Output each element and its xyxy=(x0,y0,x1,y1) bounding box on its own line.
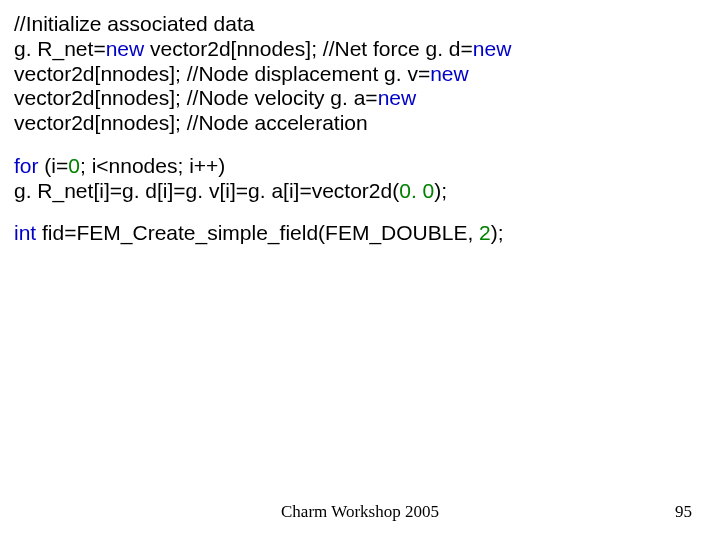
code-block-3: int fid=FEM_Create_simple_field(FEM_DOUB… xyxy=(14,221,706,246)
keyword-new: new xyxy=(378,86,417,109)
keyword-new: new xyxy=(106,37,145,60)
keyword-for: for xyxy=(14,154,39,177)
code-text: ); xyxy=(491,221,504,244)
code-text: vector2d[nnodes]; //Net force g. d= xyxy=(144,37,473,60)
keyword-new: new xyxy=(430,62,469,85)
code-block-2: for (i=0; i<nnodes; i++) g. R_net[i]=g. … xyxy=(14,154,706,204)
number-literal: 2 xyxy=(479,221,491,244)
code-text: g. R_net= xyxy=(14,37,106,60)
footer-text: Charm Workshop 2005 xyxy=(0,502,720,522)
code-text: vector2d[nnodes]; //Node velocity g. a= xyxy=(14,86,378,109)
code-text: vector2d[nnodes]; //Node acceleration xyxy=(14,111,368,134)
keyword-int: int xyxy=(14,221,36,244)
page-number: 95 xyxy=(675,502,692,522)
keyword-new: new xyxy=(473,37,512,60)
code-text: fid=FEM_Create_simple_field(FEM_DOUBLE, xyxy=(36,221,479,244)
code-text: ); xyxy=(434,179,447,202)
comment-line: //Initialize associated data xyxy=(14,12,254,35)
code-text: (i= xyxy=(39,154,69,177)
code-text: g. R_net[i]=g. d[i]=g. v[i]=g. a[i]=vect… xyxy=(14,179,399,202)
number-literal: 0 xyxy=(68,154,80,177)
code-block-1: //Initialize associated data g. R_net=ne… xyxy=(14,12,706,136)
number-literal: 0. 0 xyxy=(399,179,434,202)
code-text: ; i<nnodes; i++) xyxy=(80,154,225,177)
code-text: vector2d[nnodes]; //Node displacement g.… xyxy=(14,62,430,85)
